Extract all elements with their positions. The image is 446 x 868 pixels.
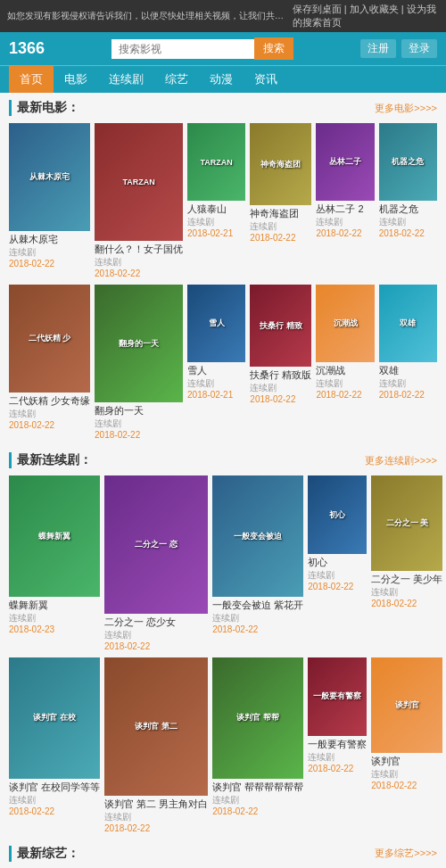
poster-text: 丛林二子 — [326, 153, 365, 171]
movie-item[interactable]: 神奇海盗团神奇海盗团连续剧2018-02-22 — [250, 123, 311, 280]
nav-item-综艺[interactable]: 综艺 — [154, 66, 199, 93]
movie-info: 机器之危连续剧2018-02-22 — [379, 201, 437, 240]
poster-text: 扶桑行 精致 — [256, 317, 306, 335]
movie-title: 谈判官 — [371, 755, 442, 768]
nav-item-资讯[interactable]: 资讯 — [244, 66, 288, 93]
register-link[interactable]: 注册 — [360, 39, 396, 58]
movie-date: 2018-02-22 — [371, 781, 442, 790]
movie-date: 2018-02-22 — [379, 228, 437, 238]
movie-poster: 谈判官 — [371, 657, 442, 753]
movie-date: 2018-02-23 — [9, 624, 100, 634]
section-more-variety[interactable]: 更多综艺>>>> — [375, 847, 437, 860]
movie-date: 2018-02-22 — [95, 269, 183, 278]
poster-text: 谈判官 帮帮 — [233, 708, 283, 727]
movie-poster: 蝶舞新翼 — [9, 475, 100, 597]
movie-poster: 神奇海盗团 — [250, 123, 311, 205]
movie-poster: 二代妖精 少 — [9, 285, 90, 393]
poster-image: 从棘木原宅 — [9, 123, 90, 231]
section-title-series: 最新连续剧： — [17, 452, 92, 468]
movie-item[interactable]: 二分之一 美二分之一 美少年连续剧2018-02-22 — [371, 475, 442, 653]
movie-item[interactable]: 谈判官谈判官连续剧2018-02-22 — [371, 657, 442, 835]
nav-item-连续剧[interactable]: 连续剧 — [98, 66, 154, 93]
poster-image: 谈判官 帮帮 — [212, 657, 303, 779]
search-button[interactable]: 搜索 — [254, 37, 293, 60]
movie-info: 蝶舞新翼连续剧2018-02-23 — [9, 597, 100, 636]
movie-poster: 从棘木原宅 — [9, 123, 90, 231]
movie-date: 2018-02-22 — [212, 806, 303, 816]
movie-title: 人猿泰山 — [187, 203, 245, 216]
movie-info: 初心连续剧2018-02-22 — [308, 554, 367, 593]
movie-item[interactable]: 一般变会被迫一般变会被迫 紫花开连续剧2018-02-22 — [212, 475, 303, 653]
favorite-link[interactable]: 加入收藏夹 — [350, 4, 399, 14]
movie-label: 连续剧 — [187, 377, 245, 390]
movie-item[interactable]: 沉潮战沉潮战连续剧2018-02-22 — [316, 285, 374, 442]
movie-info: 人猿泰山连续剧2018-02-21 — [187, 201, 245, 240]
movie-date: 2018-02-22 — [316, 390, 374, 400]
movie-item[interactable]: 谈判官 帮帮谈判官 帮帮帮帮帮帮连续剧2018-02-22 — [212, 657, 303, 835]
poster-text: TARZAN — [119, 174, 158, 190]
movie-info: 谈判官 帮帮帮帮帮帮连续剧2018-02-22 — [212, 779, 303, 818]
top-bar-text: 如您发现有影视侵权请告诉我们，以便尽快处理相关视频，让我们共同遵守法律 www.… — [7, 10, 293, 22]
nav-item-首页[interactable]: 首页 — [9, 66, 54, 93]
poster-text: 二分之一 美 — [383, 514, 433, 533]
movie-item[interactable]: 机器之危机器之危连续剧2018-02-22 — [379, 123, 437, 280]
movie-info: 谈判官 第二 男主角对白连续剧2018-02-22 — [104, 796, 208, 835]
search-input[interactable] — [112, 39, 254, 59]
movie-label: 连续剧 — [316, 216, 374, 228]
movie-label: 连续剧 — [250, 220, 311, 233]
movie-item[interactable]: 二代妖精 少二代妖精 少女奇缘连续剧2018-02-22 — [9, 285, 90, 442]
movie-item[interactable]: 初心初心连续剧2018-02-22 — [308, 475, 367, 653]
movie-label: 连续剧 — [371, 768, 442, 781]
movie-item[interactable]: 从棘木原宅从棘木原宅连续剧2018-02-22 — [9, 123, 90, 280]
movie-item[interactable]: 双雄双雄连续剧2018-02-22 — [379, 285, 437, 442]
login-link[interactable]: 登录 — [401, 39, 437, 58]
movie-title: 双雄 — [379, 364, 437, 377]
movie-item[interactable]: 谈判官 第二谈判官 第二 男主角对白连续剧2018-02-22 — [104, 657, 208, 835]
movie-poster: 机器之危 — [379, 123, 437, 201]
movie-poster: 双雄 — [379, 285, 437, 362]
save-desktop-link[interactable]: 保存到桌面 — [293, 4, 342, 14]
movie-label: 连续剧 — [9, 246, 90, 259]
section-more-series[interactable]: 更多连续剧>>>> — [365, 454, 437, 467]
movie-date: 2018-02-22 — [104, 823, 208, 833]
movie-item[interactable]: 丛林二子丛林二子 2连续剧2018-02-22 — [316, 123, 374, 280]
movie-item[interactable]: TARZAN人猿泰山连续剧2018-02-21 — [187, 123, 245, 280]
section-variety: 最新综艺：更多综艺>>>>朋友天天朋友天天连续剧2018-05-22偶像男孩站2… — [9, 846, 437, 868]
movie-title: 一般变会被迫 紫花开 — [212, 599, 303, 612]
poster-image: 二分之一 恋 — [104, 475, 208, 614]
poster-image: 翻身的一天 — [95, 285, 183, 402]
movie-info: 二分之一 恋少女连续剧2018-02-22 — [104, 614, 208, 653]
movie-label: 连续剧 — [371, 586, 442, 599]
movie-title: 从棘木原宅 — [9, 233, 90, 246]
section-more-movies[interactable]: 更多电影>>>> — [375, 102, 437, 115]
nav-item-动漫[interactable]: 动漫 — [199, 66, 244, 93]
movie-item[interactable]: TARZAN翻什么？！女子国优连续剧2018-02-22 — [95, 123, 183, 280]
poster-image: 一般要有警察 — [308, 657, 367, 736]
poster-text: 二代妖精 少 — [25, 329, 75, 348]
movie-poster: 翻身的一天 — [95, 285, 183, 402]
movie-item[interactable]: 一般要有警察一般要有警察连续剧2018-02-22 — [308, 657, 367, 835]
movie-item[interactable]: 翻身的一天翻身的一天连续剧2018-02-22 — [95, 285, 183, 442]
poster-image: 机器之危 — [379, 123, 437, 201]
nav-item-电影[interactable]: 电影 — [54, 66, 98, 93]
movie-label: 连续剧 — [95, 417, 183, 430]
movie-item[interactable]: 谈判官 在校谈判官 在校同学等等连续剧2018-02-22 — [9, 657, 100, 835]
movie-poster: 沉潮战 — [316, 285, 374, 362]
movie-label: 连续剧 — [379, 377, 437, 390]
poster-text: 神奇海盗团 — [257, 155, 304, 174]
movie-title: 谈判官 第二 男主角对白 — [104, 798, 208, 811]
poster-text: 双雄 — [396, 314, 419, 333]
main-nav: 首页电影连续剧综艺动漫资讯 — [0, 65, 446, 93]
poster-text: 初心 — [326, 506, 349, 525]
movie-date: 2018-02-22 — [371, 599, 442, 608]
poster-text: 一般变会被迫 — [230, 527, 285, 546]
movie-poster: 雪人 — [187, 285, 245, 362]
movie-item[interactable]: 二分之一 恋二分之一 恋少女连续剧2018-02-22 — [104, 475, 208, 653]
movie-item[interactable]: 扶桑行 精致扶桑行 精致版连续剧2018-02-22 — [250, 285, 311, 442]
movie-item[interactable]: 蝶舞新翼蝶舞新翼连续剧2018-02-23 — [9, 475, 100, 653]
movie-poster: 一般变会被迫 — [212, 475, 303, 597]
movie-info: 二代妖精 少女奇缘连续剧2018-02-22 — [9, 393, 90, 432]
movie-item[interactable]: 雪人雪人连续剧2018-02-21 — [187, 285, 245, 442]
poster-image: 二分之一 美 — [371, 475, 442, 571]
poster-image: 丛林二子 — [316, 123, 374, 201]
